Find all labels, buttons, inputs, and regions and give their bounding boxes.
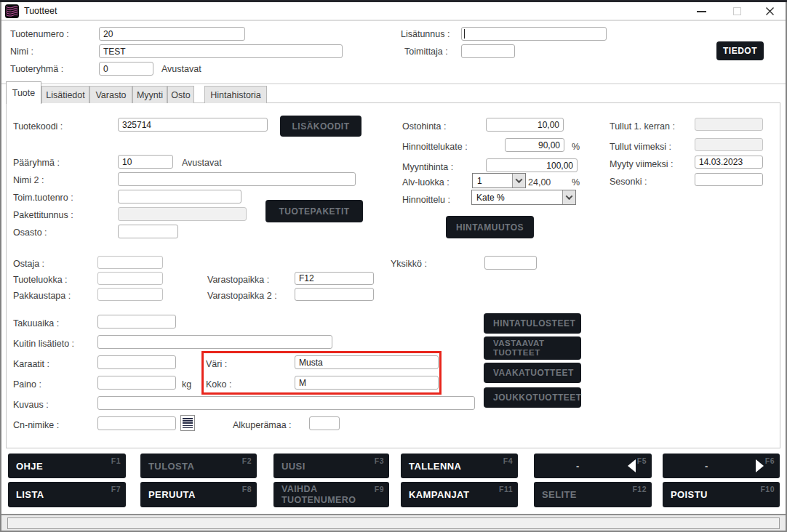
tab-hintahistoria[interactable]: Hintahistoria (204, 86, 267, 103)
ostohinta-input[interactable] (486, 118, 564, 132)
fkey-label: F8 (242, 484, 252, 495)
poistu-label: POISTU (671, 489, 708, 500)
minimize-button[interactable] (693, 2, 709, 20)
nimi2-input[interactable] (118, 172, 356, 186)
lisatunnus-label: Lisätunnus : (401, 29, 450, 39)
tuotekoodi-input[interactable] (118, 118, 268, 132)
header-separator (1, 83, 786, 84)
peruuta-button[interactable]: PERUUTA F8 (140, 482, 257, 507)
ohje-button[interactable]: OHJE F1 (8, 454, 126, 478)
background-window-sliver (0, 0, 787, 2)
close-button[interactable] (761, 2, 778, 20)
pakkaustapa-input[interactable] (97, 288, 163, 301)
tullut-viimeksi-input (695, 138, 763, 151)
fkey-label: F6 (765, 456, 775, 467)
tallenna-button[interactable]: TALLENNA F4 (401, 454, 518, 478)
karaatit-input[interactable] (97, 355, 176, 369)
lisakoodit-button[interactable]: LISÄKOODIT (280, 116, 361, 137)
kampanjat-button[interactable]: KAMPANJAT F11 (401, 482, 518, 507)
arrow-left-icon (628, 459, 636, 472)
uusi-button[interactable]: UUSI F3 (273, 454, 389, 478)
alkuperamaa-input[interactable] (309, 416, 340, 430)
tab-tuote[interactable]: Tuote (6, 81, 41, 104)
cn-nimike-input[interactable] (97, 416, 176, 430)
hintamuutos-button[interactable]: HINTAMUUTOS (446, 216, 534, 238)
myyty-viimeksi-input[interactable] (695, 156, 763, 169)
hinnoittelu-label: Hinnoittelu : (402, 195, 450, 205)
pakettitunnus-label: Pakettitunnus : (13, 210, 73, 220)
hinnoittelu-dropdown-arrow[interactable] (562, 190, 575, 204)
alkuperamaa-label: Alkuperämaa : (233, 420, 292, 430)
close-icon (765, 7, 775, 16)
varastopaikka-input[interactable] (295, 272, 374, 285)
minimize-icon (697, 11, 706, 12)
hinnoittelu-value: Kate % (472, 190, 562, 204)
hinnoittelukate-input[interactable] (505, 138, 564, 152)
myyty-viimeksi-label: Myyty viimeksi : (610, 159, 674, 169)
alv-prosentti-value: 24,00 (528, 177, 551, 188)
tiedot-button[interactable]: TIEDOT (716, 41, 764, 60)
next-button[interactable]: - F6 (663, 454, 780, 478)
joukkotuotteet-button[interactable]: JOUKKOTUOTTEET (484, 387, 581, 408)
tab-osto[interactable]: Osto (167, 86, 194, 103)
tallenna-label: TALLENNA (409, 461, 461, 472)
vaihda-tuotenumero-label: VAIHDA TUOTENUMERO (281, 484, 361, 506)
lista-label: LISTA (16, 489, 44, 500)
tuotepaketit-button[interactable]: TUOTEPAKETIT (265, 200, 363, 222)
fkey-label: F7 (111, 484, 121, 495)
ostaja-input[interactable] (97, 256, 163, 269)
kuitin-lisatieto-input[interactable] (97, 335, 332, 349)
selite-button[interactable]: SELITE F12 (534, 482, 652, 507)
fkey-label: F5 (637, 456, 647, 467)
koko-label: Koko : (206, 379, 231, 390)
nimi-input[interactable] (99, 44, 343, 58)
fkey-label: F10 (760, 484, 775, 495)
paaryhma-input[interactable] (118, 155, 173, 169)
toimittaja-input[interactable] (461, 44, 515, 58)
previous-button[interactable]: - F5 (534, 454, 652, 478)
paaryhma-suffix: Avustavat (182, 158, 222, 168)
tab-varasto[interactable]: Varasto (89, 86, 132, 103)
tullut1-input (695, 118, 763, 131)
pakettitunnus-input (118, 207, 247, 221)
alv-luokka-dropdown-arrow[interactable] (512, 174, 525, 188)
vaakatuotteet-button[interactable]: VAAKATUOTTEET (484, 363, 581, 383)
tab-myynti[interactable]: Myynti (132, 86, 167, 103)
yksikko-input[interactable] (484, 256, 537, 270)
sesonki-input[interactable] (695, 173, 763, 186)
fkey-label: F12 (632, 484, 647, 495)
cn-nimike-browse-button[interactable] (180, 415, 195, 431)
vari-input[interactable] (295, 355, 439, 369)
vastaavat-tuotteet-button[interactable]: VASTAAVAT TUOTTEET (484, 336, 581, 360)
vaihda-tuotenumero-button[interactable]: VAIHDA TUOTENUMERO F9 (273, 482, 389, 507)
toimtuotenro-input[interactable] (118, 190, 241, 203)
osasto-input[interactable] (118, 225, 178, 238)
paino-input[interactable] (97, 376, 176, 390)
myyntihinta-input[interactable] (486, 158, 578, 172)
hinnoittelu-select[interactable]: Kate % (471, 190, 576, 205)
alv-luokka-label: Alv-luokka : (402, 177, 450, 188)
nimi-label: Nimi : (10, 47, 33, 57)
poistu-button[interactable]: POISTU F10 (663, 482, 780, 507)
koko-input[interactable] (295, 376, 439, 390)
tab-lisatiedot[interactable]: Lisätiedot (41, 86, 89, 103)
maximize-button[interactable] (729, 2, 745, 20)
takuuaika-input[interactable] (97, 315, 176, 329)
tuoteryhma-input[interactable] (99, 62, 153, 76)
kuvaus-input[interactable] (97, 396, 475, 410)
toimtuotenro-label: Toim.tuotenro : (13, 193, 73, 203)
alv-luokka-select[interactable]: 1 (472, 173, 526, 188)
lisatunnus-input[interactable] (461, 27, 607, 41)
lista-button[interactable]: LISTA F7 (8, 482, 126, 507)
tulosta-button[interactable]: TULOSTA F2 (140, 454, 257, 478)
tuoteluokka-input[interactable] (97, 272, 163, 285)
hintatulosteet-button[interactable]: HINTATULOSTEET (484, 313, 581, 334)
varastopaikka2-input[interactable] (295, 288, 374, 301)
tuotenumero-input[interactable] (99, 27, 245, 41)
osasto-label: Osasto : (13, 227, 47, 238)
cn-nimike-label: Cn-nimike : (13, 420, 59, 430)
chevron-down-icon (516, 176, 523, 183)
tuotekoodi-label: Tuotekoodi : (13, 121, 63, 132)
uusi-label: UUSI (281, 461, 305, 472)
ostohinta-label: Ostohinta : (402, 121, 446, 132)
